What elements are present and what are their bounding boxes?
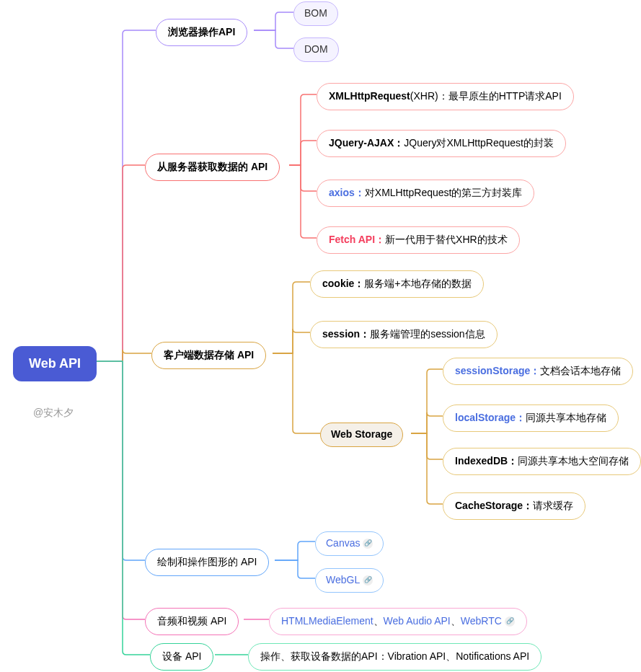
- leaf-cs-desc: 请求缓存: [533, 499, 573, 513]
- link-icon: [505, 616, 515, 627]
- leaf-dom[interactable]: DOM: [293, 37, 339, 62]
- leaf-jq-desc: JQuery对XMLHttpRequest的封装: [404, 136, 554, 151]
- branch-media[interactable]: 音频和视频 API: [145, 608, 239, 635]
- branch-server[interactable]: 从服务器获取数据的 API: [145, 154, 280, 181]
- leaf-media-sep2: 、: [451, 614, 461, 629]
- leaf-media-sep1: 、: [373, 614, 384, 629]
- root-label: Web API: [29, 355, 81, 373]
- leaf-fetch[interactable]: Fetch API：新一代用于替代XHR的技术: [317, 226, 520, 254]
- leaf-axios-desc: 对XMLHttpRequest的第三方封装库: [365, 186, 523, 200]
- leaf-xhr-key: XMLHttpRequest: [329, 89, 410, 104]
- branch-media-label: 音频和视频 API: [157, 614, 226, 629]
- link-icon: [363, 539, 373, 549]
- leaf-webgl-label: WebGL: [326, 573, 360, 588]
- leaf-bom-label: BOM: [304, 6, 327, 21]
- leaf-axios-key: axios：: [329, 186, 365, 200]
- leaf-xhr-paren: (XHR)：: [410, 89, 448, 104]
- branch-server-label: 从服务器获取数据的 API: [157, 160, 268, 174]
- leaf-cookie-key: cookie：: [322, 277, 364, 291]
- leaf-session-desc: 服务端管理的session信息: [370, 327, 485, 342]
- leaf-xhr-desc: 最早原生的HTTP请求API: [448, 89, 562, 104]
- leaf-idb-key: IndexedDB：: [455, 454, 518, 469]
- branch-browser-label: 浏览器操作API: [168, 25, 235, 40]
- leaf-cookie-desc: 服务端+本地存储的数据: [364, 277, 471, 291]
- leaf-sessionstorage[interactable]: sessionStorage：文档会话本地存储: [443, 358, 633, 385]
- leaf-device[interactable]: 操作、获取设备数据的API：Vibration API、Notification…: [248, 643, 541, 671]
- leaf-bom[interactable]: BOM: [293, 1, 338, 26]
- leaf-device-label: 操作、获取设备数据的API：Vibration API、Notification…: [260, 650, 529, 664]
- leaf-xhr[interactable]: XMLHttpRequest(XHR)：最早原生的HTTP请求API: [317, 83, 574, 110]
- leaf-jquery[interactable]: JQuery-AJAX：JQuery对XMLHttpRequest的封装: [317, 130, 566, 157]
- branch-device-label: 设备 API: [162, 650, 201, 664]
- watermark: @安木夕: [33, 407, 74, 420]
- leaf-webgl[interactable]: WebGL: [315, 568, 384, 593]
- sub-webstorage-label: Web Storage: [331, 428, 392, 442]
- branch-client[interactable]: 客户端数据存储 API: [151, 342, 266, 369]
- leaf-idb-desc: 同源共享本地大空间存储: [518, 454, 629, 469]
- leaf-session[interactable]: session：服务端管理的session信息: [310, 321, 498, 348]
- leaf-localstorage[interactable]: localStorage：同源共享本地存储: [443, 404, 619, 432]
- leaf-cs-key: CacheStorage：: [455, 499, 533, 513]
- link-icon: [363, 575, 373, 585]
- root-node[interactable]: Web API: [13, 346, 97, 381]
- leaf-cookie[interactable]: cookie：服务端+本地存储的数据: [310, 270, 484, 298]
- leaf-ls-key: localStorage：: [455, 411, 526, 425]
- leaf-jq-key: JQuery-AJAX：: [329, 136, 404, 151]
- leaf-media-b: Web Audio API: [384, 614, 451, 629]
- leaf-cachestorage[interactable]: CacheStorage：请求缓存: [443, 492, 585, 520]
- branch-browser[interactable]: 浏览器操作API: [156, 19, 247, 46]
- leaf-canvas-label: Canvas: [326, 536, 360, 551]
- leaf-indexeddb[interactable]: IndexedDB：同源共享本地大空间存储: [443, 448, 641, 475]
- branch-graphics-label: 绘制和操作图形的 API: [157, 555, 257, 570]
- leaf-ls-desc: 同源共享本地存储: [526, 411, 606, 425]
- leaf-fetch-key: Fetch API：: [329, 233, 385, 247]
- branch-device[interactable]: 设备 API: [150, 643, 213, 671]
- leaf-session-key: session：: [322, 327, 370, 342]
- leaf-media-c: WebRTC: [461, 614, 502, 629]
- leaf-axios[interactable]: axios：对XMLHttpRequest的第三方封装库: [317, 180, 534, 207]
- sub-webstorage[interactable]: Web Storage: [320, 423, 403, 447]
- leaf-fetch-desc: 新一代用于替代XHR的技术: [385, 233, 508, 247]
- leaf-media[interactable]: HTMLMediaElement、Web Audio API、WebRTC: [269, 608, 527, 635]
- branch-client-label: 客户端数据存储 API: [164, 348, 254, 363]
- leaf-ss-desc: 文档会话本地存储: [540, 364, 621, 379]
- leaf-ss-key: sessionStorage：: [455, 364, 540, 379]
- branch-graphics[interactable]: 绘制和操作图形的 API: [145, 549, 269, 576]
- leaf-dom-label: DOM: [304, 43, 328, 57]
- leaf-canvas[interactable]: Canvas: [315, 531, 384, 556]
- leaf-media-a: HTMLMediaElement: [281, 614, 373, 629]
